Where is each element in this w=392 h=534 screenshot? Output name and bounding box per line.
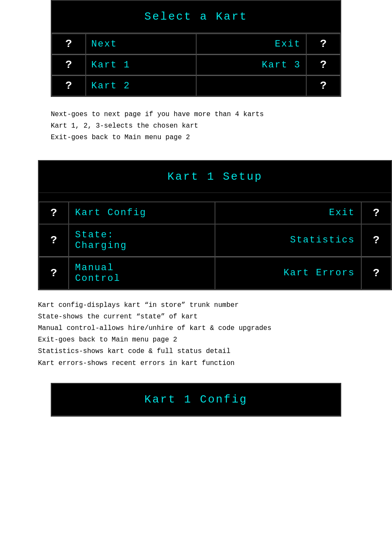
exit-button[interactable]: Exit	[196, 34, 307, 54]
setup-q2-row1[interactable]: ?	[361, 202, 391, 224]
desc2-line1: Kart config-displays kart “in store” tru…	[38, 300, 392, 311]
select-kart-title: Select a Kart	[52, 1, 340, 33]
setup-q1-row1[interactable]: ?	[39, 202, 69, 224]
select-kart-grid: ? Next Exit ? ? Kart 1 Kart 3 ?	[52, 33, 340, 96]
desc2-line3: Manual control-allows hire/unhire of kar…	[38, 323, 392, 334]
kart2-button[interactable]: Kart 2	[86, 75, 196, 96]
desc1-line2: Kart 1, 2, 3-selects the chosen kart	[51, 120, 341, 132]
kart-setup-title: Kart 1 Setup	[39, 161, 391, 193]
kart-config-button[interactable]: Kart Config	[69, 202, 215, 224]
setup-q2-row3[interactable]: ?	[361, 257, 391, 289]
state-charging-button[interactable]: State: Charging	[69, 224, 215, 257]
q2-row2[interactable]: ?	[306, 54, 340, 75]
q1-row3[interactable]: ?	[52, 75, 86, 96]
setup-grid: ? Kart Config Exit ? ? State: Charging S…	[39, 201, 391, 289]
q1-row2[interactable]: ?	[52, 54, 86, 75]
desc2-line6: Kart errors-shows recent errors in kart …	[38, 358, 392, 369]
section1-description: Next-goes to next page if you have more …	[51, 97, 341, 156]
setup-q1-row2[interactable]: ?	[39, 224, 69, 257]
setup-q1-row3[interactable]: ?	[39, 257, 69, 289]
kart3-button[interactable]: Kart 3	[196, 54, 307, 75]
manual-control-button[interactable]: Manual Control	[69, 257, 215, 289]
kart-setup-panel: Kart 1 Setup ? Kart Config Exit ? ? Stat…	[38, 160, 392, 290]
setup-q2-row2[interactable]: ?	[361, 224, 391, 257]
select-kart-panel: Select a Kart ? Next Exit ? ? Kart 1	[51, 0, 341, 97]
kart-errors-button[interactable]: Kart Errors	[215, 257, 361, 289]
section1-select-kart: Select a Kart ? Next Exit ? ? Kart 1	[0, 0, 341, 156]
desc2-line4: Exit-goes back to Main menu page 2	[38, 334, 392, 346]
desc1-line3: Exit-goes back to Main menu page 2	[51, 132, 341, 143]
section2-kart-setup: Kart 1 Setup ? Kart Config Exit ? ? Stat…	[38, 160, 392, 379]
kart1-button[interactable]: Kart 1	[86, 54, 196, 75]
q2-row1[interactable]: ?	[306, 34, 340, 54]
desc1-line1: Next-goes to next page if you have more …	[51, 109, 341, 120]
desc2-line2: State-shows the current “state” of kart	[38, 311, 392, 323]
kart3-empty	[196, 75, 307, 96]
desc2-line5: Statistics-shows kart code & full status…	[38, 346, 392, 357]
statistics-button[interactable]: Statistics	[215, 224, 361, 257]
q2-row3[interactable]: ?	[306, 75, 340, 96]
section2-description: Kart config-displays kart “in store” tru…	[38, 290, 392, 379]
q1-row1[interactable]: ?	[52, 34, 86, 54]
kart-config-title: Kart 1 Config	[52, 384, 340, 416]
spacer	[39, 193, 391, 201]
kart-config-panel: Kart 1 Config	[51, 383, 341, 417]
next-button[interactable]: Next	[86, 34, 196, 54]
setup-exit-button[interactable]: Exit	[215, 202, 361, 224]
section3-kart-config: Kart 1 Config	[51, 383, 341, 417]
